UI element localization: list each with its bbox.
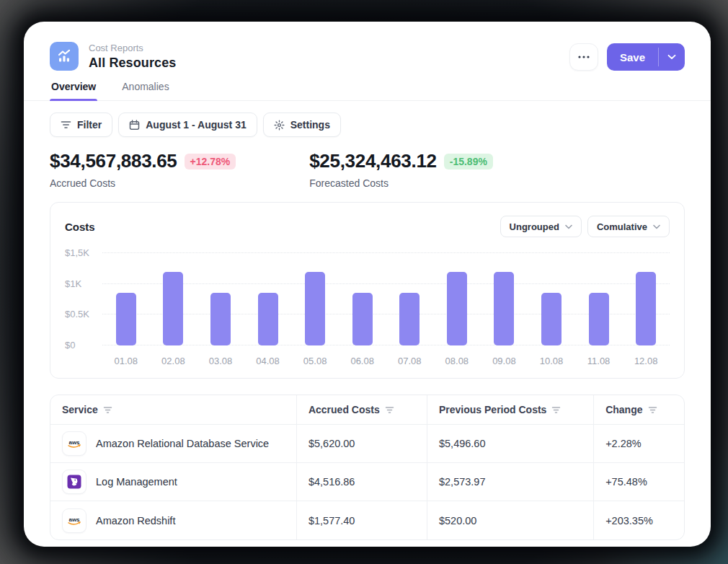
aws-icon: aws xyxy=(66,437,83,450)
gear-icon xyxy=(274,120,285,131)
bar-03.08[interactable] xyxy=(210,293,231,345)
save-button[interactable]: Save xyxy=(607,43,658,71)
bar-slot xyxy=(197,253,244,345)
grouping-dropdown-value: Ungrouped xyxy=(510,221,559,232)
chevron-down-icon xyxy=(653,224,660,229)
previous-period-costs-cell: $5,496.60 xyxy=(427,425,594,463)
column-header-label: Change xyxy=(605,404,642,415)
x-axis-label: 08.08 xyxy=(433,356,481,366)
aggregation-dropdown-value: Comulative xyxy=(597,221,647,232)
bar-12.08[interactable] xyxy=(636,272,656,345)
tab-bar: Overview Anomalies xyxy=(24,81,711,101)
column-header-previous-period-costs[interactable]: Previous Period Costs xyxy=(427,395,594,425)
accrued-costs-cell: $5,620.00 xyxy=(297,425,427,463)
x-axis-label: 11.08 xyxy=(575,356,623,366)
metric-accrued-costs: $34,567,883.65 +12.78% Accrued Costs xyxy=(50,150,236,189)
x-axis-label: 04.08 xyxy=(244,356,292,366)
table-header-row: ServiceAccrued CostsPrevious Period Cost… xyxy=(50,395,684,425)
chart-title: Costs xyxy=(65,221,95,233)
service-cell: awsAmazon Redshift xyxy=(50,501,297,539)
change-cell: +75.48% xyxy=(594,463,684,501)
tab-overview[interactable]: Overview xyxy=(50,81,97,100)
bar-slot xyxy=(244,253,292,345)
settings-label: Settings xyxy=(290,119,330,131)
column-header-change[interactable]: Change xyxy=(594,395,684,425)
forecasted-costs-change-badge: -15.89% xyxy=(444,154,493,169)
previous-period-costs-cell: $2,573.97 xyxy=(427,463,594,501)
bar-01.08[interactable] xyxy=(116,293,136,345)
sort-icon xyxy=(385,406,394,414)
cost-reports-chart-icon xyxy=(50,42,79,71)
bar-slot xyxy=(386,253,433,345)
service-name: Amazon Redshift xyxy=(96,515,175,526)
previous-period-costs-cell: $520.00 xyxy=(427,501,594,539)
table-body: awsAmazon Relational Database Service$5,… xyxy=(50,425,684,539)
filter-icon xyxy=(61,120,71,129)
table-row[interactable]: awsAmazon Relational Database Service$5,… xyxy=(50,425,684,463)
services-table: ServiceAccrued CostsPrevious Period Cost… xyxy=(50,395,685,540)
bar-11.08[interactable] xyxy=(589,293,609,345)
app-header: Cost Reports All Resources Save xyxy=(24,22,711,71)
settings-button[interactable]: Settings xyxy=(263,113,341,137)
bar-group xyxy=(102,253,670,345)
breadcrumb: Cost Reports xyxy=(89,43,176,53)
x-axis-label: 03.08 xyxy=(197,356,244,366)
column-header-service[interactable]: Service xyxy=(50,395,297,425)
save-split-button: Save xyxy=(607,43,685,71)
bar-07.08[interactable] xyxy=(399,293,420,345)
chevron-down-icon xyxy=(565,224,572,229)
x-axis-label: 05.08 xyxy=(291,356,339,366)
x-axis-label: 02.08 xyxy=(150,356,197,366)
bar-02.08[interactable] xyxy=(163,272,183,345)
x-axis-label: 06.08 xyxy=(339,356,386,366)
service-cell: Log Management xyxy=(50,463,297,501)
sort-icon xyxy=(103,406,112,414)
tab-anomalies[interactable]: Anomalies xyxy=(120,81,170,100)
save-dropdown-button[interactable] xyxy=(659,43,685,71)
bar-09.08[interactable] xyxy=(494,272,514,345)
filter-button[interactable]: Filter xyxy=(50,113,112,137)
service-name: Log Management xyxy=(96,476,177,488)
more-button[interactable] xyxy=(569,43,598,71)
forecasted-costs-value: $25,324,463.12 xyxy=(309,150,437,172)
page-title: All Resources xyxy=(89,56,176,71)
y-axis-label: $1,5K xyxy=(65,248,89,258)
bar-10.08[interactable] xyxy=(541,293,561,345)
accrued-costs-cell: $4,516.86 xyxy=(297,463,427,501)
datadog-icon xyxy=(67,475,81,489)
accrued-costs-change-badge: +12.78% xyxy=(185,154,236,169)
x-axis-label: 07.08 xyxy=(386,356,433,366)
y-axis-label: $0.5K xyxy=(65,309,89,320)
x-axis-label: 09.08 xyxy=(481,356,528,366)
metric-forecasted-costs: $25,324,463.12 -15.89% Forecasted Costs xyxy=(309,150,493,189)
metrics-row: $34,567,883.65 +12.78% Accrued Costs $25… xyxy=(24,137,711,189)
bar-06.08[interactable] xyxy=(352,293,373,345)
title-block: Cost Reports All Resources xyxy=(89,42,176,71)
date-range-button[interactable]: August 1 - August 31 xyxy=(118,113,257,137)
column-header-label: Accrued Costs xyxy=(308,404,380,415)
column-header-label: Service xyxy=(62,404,98,415)
y-axis: $0$0.5K$1K$1,5K xyxy=(65,253,102,345)
column-header-accrued-costs[interactable]: Accrued Costs xyxy=(297,395,427,425)
bar-08.08[interactable] xyxy=(447,272,467,345)
bar-05.08[interactable] xyxy=(305,272,325,345)
sort-icon xyxy=(551,406,561,414)
bar-slot xyxy=(102,253,150,345)
grouping-dropdown[interactable]: Ungrouped xyxy=(500,216,582,237)
datadog-icon-badge xyxy=(62,470,86,494)
header-left: Cost Reports All Resources xyxy=(50,42,176,71)
accrued-costs-cell: $1,577.40 xyxy=(297,501,427,539)
aggregation-dropdown[interactable]: Comulative xyxy=(587,216,670,237)
forecasted-costs-label: Forecasted Costs xyxy=(309,177,493,189)
table-row[interactable]: awsAmazon Redshift$1,577.40$520.00+203.3… xyxy=(50,501,684,539)
service-name: Amazon Relational Database Service xyxy=(96,438,269,449)
ellipsis-icon xyxy=(578,56,590,58)
table-row[interactable]: Log Management$4,516.86$2,573.97+75.48% xyxy=(50,463,684,501)
bar-slot xyxy=(528,253,575,345)
bar-slot xyxy=(433,253,481,345)
aws-icon: aws xyxy=(66,514,83,527)
bar-04.08[interactable] xyxy=(258,293,278,345)
bar-slot xyxy=(339,253,386,345)
change-cell: +2.28% xyxy=(594,425,684,463)
calendar-icon xyxy=(129,120,140,131)
